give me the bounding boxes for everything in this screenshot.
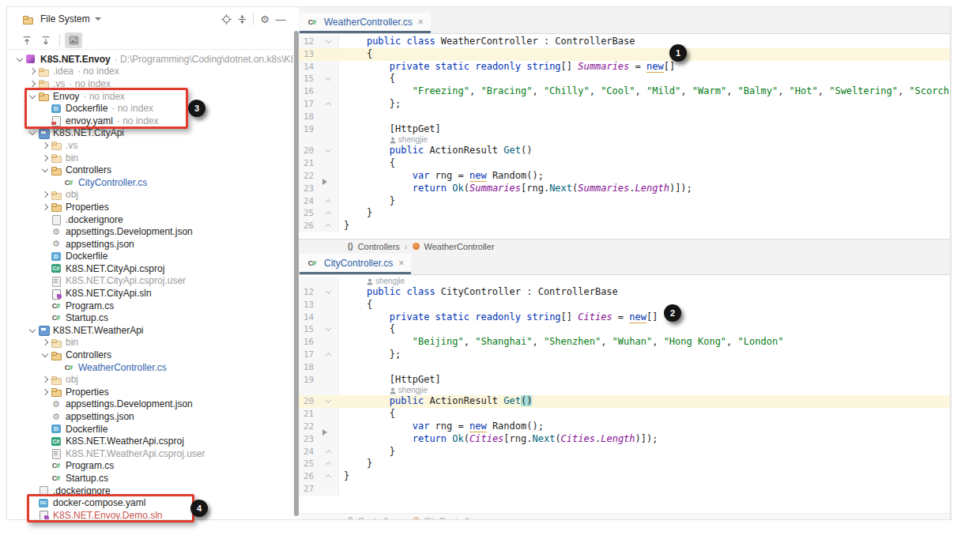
tree-item-idea[interactable]: .idea· no index (7, 66, 293, 78)
chevron-collapsed-icon[interactable] (40, 192, 50, 197)
tree-item-bin[interactable]: bin (7, 152, 293, 164)
code-line-25[interactable]: 25 } (299, 207, 950, 220)
code-line-22[interactable]: 22 var rng = new Random(); (299, 170, 950, 183)
tab-weathercontroller[interactable]: WeatherController.cs × (300, 13, 431, 33)
expand-selection-up-icon[interactable] (18, 32, 36, 48)
locate-icon[interactable] (218, 11, 234, 27)
tree-item-obj[interactable]: obj (7, 373, 293, 386)
tree-item-weathercontroller-cs[interactable]: WeatherController.cs (7, 361, 293, 374)
code-line-15[interactable]: 15 { (299, 323, 950, 336)
tree-item-program-cs[interactable]: Program.cs (7, 300, 293, 312)
code-line-13[interactable]: 13 { (299, 299, 950, 311)
tree-item-obj[interactable]: obj (7, 189, 293, 202)
code-line-20[interactable]: 20 public ActionResult Get() (299, 395, 950, 408)
tree-item-dockerfile[interactable]: Dockerfile (7, 251, 293, 263)
tree-item-controllers[interactable]: Controllers (7, 164, 293, 176)
code-line-12[interactable]: 12 public class CityController : Control… (299, 286, 950, 299)
tree-item-envoy[interactable]: Envoy· no index (7, 90, 293, 103)
code-line-15[interactable]: 15 { (299, 73, 950, 85)
fold-marker-icon[interactable] (326, 450, 331, 455)
close-icon[interactable]: × (398, 258, 404, 269)
collapse-all-icon[interactable] (234, 11, 250, 27)
fold-marker-icon[interactable] (326, 147, 331, 153)
tree-item-properties[interactable]: Properties (7, 201, 293, 213)
code-line-16[interactable]: 16 "Beijing", "Shanghai", "Shenzhen", "W… (299, 336, 950, 349)
code-line-22[interactable]: 22 var rng = new Random(); (299, 421, 950, 433)
tree-item-dockerignore[interactable]: .dockerignore (7, 213, 293, 226)
breadcrumb-namespace[interactable]: Controllers (358, 516, 400, 520)
chevron-expanded-icon[interactable] (27, 95, 37, 98)
tree-item-appsettings-development-json[interactable]: appsettings.Development.json (7, 398, 293, 411)
tree-item-vs[interactable]: .vs· no index (7, 77, 293, 90)
fold-marker-icon[interactable] (326, 224, 331, 229)
tree-item-docker-compose-yaml[interactable]: docker-compose.yaml (7, 496, 293, 509)
chevron-collapsed-icon[interactable] (27, 69, 37, 74)
fold-marker-icon[interactable] (326, 326, 331, 331)
code-editor-weathercontroller[interactable]: 12 public class WeatherController : Cont… (299, 34, 950, 239)
code-line-26[interactable]: 26} (299, 220, 950, 232)
code-line-18[interactable]: 18 (299, 111, 950, 123)
fold-marker-icon[interactable] (326, 462, 331, 467)
chevron-collapsed-icon[interactable] (40, 156, 50, 160)
chevron-expanded-icon[interactable] (40, 168, 50, 172)
tree-item-k8s-net-cityapi-sln[interactable]: K8S.NET.CityApi.sln (7, 287, 293, 300)
run-marker-icon[interactable] (322, 429, 327, 436)
select-opened-file-icon[interactable] (65, 32, 82, 48)
tree-item-startup-cs[interactable]: Startup.cs (7, 311, 293, 324)
chevron-collapsed-icon[interactable] (27, 81, 37, 86)
fold-marker-icon[interactable] (326, 474, 331, 480)
chevron-collapsed-icon[interactable] (40, 205, 50, 209)
code-line-21[interactable]: 21 { (299, 408, 950, 421)
code-line-17[interactable]: 17 }; (299, 98, 950, 111)
chevron-expanded-icon[interactable] (27, 329, 37, 332)
tree-item-k8s-net-envoy[interactable]: K8S.NET.Envoy· D:\Programming\Coding\dot… (7, 53, 293, 66)
code-line-14[interactable]: 14 private static readonly string[] Summ… (299, 61, 950, 74)
tree-item-k8s-net-cityapi[interactable]: K8S.NET.CityApi (7, 127, 293, 140)
breadcrumb-namespace[interactable]: Controllers (358, 242, 400, 251)
code-line-24[interactable]: 24 } (299, 195, 950, 208)
chevron-collapsed-icon[interactable] (40, 390, 50, 394)
expand-selection-down-icon[interactable] (37, 32, 55, 48)
tree-item-dockerfile[interactable]: Dockerfile· no index (7, 102, 293, 115)
tab-citycontroller[interactable]: CityController.cs × (300, 254, 411, 274)
code-line-17[interactable]: 17 }; (299, 349, 950, 361)
code-editor-citycontroller[interactable]: shengjie12 public class CityController :… (299, 275, 950, 513)
tree-item-vs[interactable]: .vs (7, 139, 293, 152)
code-line-18[interactable]: 18 (299, 361, 950, 374)
code-line-27[interactable]: 27 (299, 483, 950, 496)
hide-panel-icon[interactable]: — (273, 11, 288, 27)
fold-marker-icon[interactable] (326, 102, 331, 108)
fold-marker-icon[interactable] (326, 199, 331, 205)
chevron-collapsed-icon[interactable] (40, 143, 50, 148)
code-line-25[interactable]: 25 } (299, 458, 950, 470)
explorer-scrollbar[interactable] (293, 7, 299, 519)
tree-item-k8s-net-weatherapi-csproj[interactable]: K8S.NET.WeatherApi.csproj (7, 435, 293, 447)
code-line-24[interactable]: 24 } (299, 446, 950, 458)
tree-item-bin[interactable]: bin (7, 337, 293, 349)
chevron-collapsed-icon[interactable] (40, 340, 50, 345)
code-line-19[interactable]: 19 [HttpGet] (299, 374, 950, 387)
chevron-collapsed-icon[interactable] (40, 377, 50, 382)
tree-item-program-cs[interactable]: Program.cs (7, 460, 293, 473)
tree-item-appsettings-json[interactable]: appsettings.json (7, 238, 293, 251)
code-line-20[interactable]: 20 public ActionResult Get() (299, 145, 950, 157)
tree-item-appsettings-development-json[interactable]: appsettings.Development.json (7, 225, 293, 238)
fold-marker-icon[interactable] (326, 211, 331, 217)
settings-gear-icon[interactable]: ⚙ (257, 11, 273, 27)
tree-item-dockerfile[interactable]: Dockerfile (7, 423, 293, 436)
tree-item-k8s-net-envoy-demo-sln[interactable]: K8S.NET.Envoy.Demo.sln (7, 509, 293, 519)
chevron-expanded-icon[interactable] (14, 58, 24, 61)
tree-item-k8s-net-cityapi-csproj-user[interactable]: K8S.NET.CityApi.csproj.user (7, 275, 293, 288)
fold-marker-icon[interactable] (326, 353, 331, 358)
code-line-16[interactable]: 16 "Freezing", "Bracing", "Chilly", "Coo… (299, 85, 950, 98)
code-line-13[interactable]: 13 { (299, 48, 950, 61)
chevron-expanded-icon[interactable] (40, 353, 50, 356)
tree-item-envoy-yaml[interactable]: envoy.yaml· no index (7, 115, 293, 127)
code-line-23[interactable]: 23 return Ok(Summaries[rng.Next(Summarie… (299, 183, 950, 195)
tree-item-properties[interactable]: Properties (7, 386, 293, 398)
run-marker-icon[interactable] (322, 179, 327, 185)
code-line-26[interactable]: 26} (299, 470, 950, 483)
tree-item-citycontroller-cs[interactable]: CityController.cs (7, 176, 293, 189)
chevron-down-icon[interactable] (95, 17, 101, 21)
code-line-23[interactable]: 23 return Ok(Cities[rng.Next(Cities.Leng… (299, 433, 950, 446)
